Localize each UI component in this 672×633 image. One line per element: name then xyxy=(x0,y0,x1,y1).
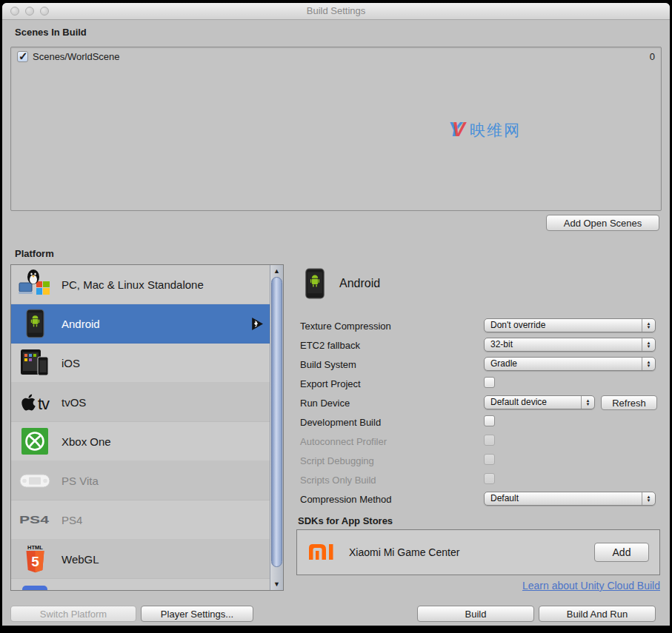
watermark-text: 映维网 xyxy=(470,120,521,141)
compression-method-dropdown[interactable]: Default▲▼ xyxy=(484,492,656,506)
platform-item-android[interactable]: Android xyxy=(11,304,270,344)
close-button[interactable] xyxy=(10,7,19,16)
setting-row-texture-compression: Texture CompressionDon't override▲▼ xyxy=(300,318,660,338)
setting-row-autoconnect-profiler: Autoconnect Profiler xyxy=(300,434,660,453)
dropdown-value: Gradle xyxy=(490,358,517,369)
xbox-icon xyxy=(17,428,53,455)
player-settings-button[interactable]: Player Settings... xyxy=(141,606,253,622)
scrollbar-up-icon[interactable]: ▲ xyxy=(270,266,283,276)
export-project-checkbox[interactable] xyxy=(484,377,495,388)
platform-scrollbar[interactable]: ▲ ▼ xyxy=(270,265,283,590)
platform-item-label: PS4 xyxy=(61,514,82,526)
dropdown-value: Don't override xyxy=(490,320,545,330)
platform-item-ps4[interactable]: PS4PS4 xyxy=(11,500,270,540)
setting-row-build-system: Build SystemGradle▲▼ xyxy=(300,357,660,376)
scenes-list[interactable]: Scenes/WorldScene 0 YV 映维网 xyxy=(10,47,662,211)
scene-index: 0 xyxy=(650,51,655,62)
ios-icon xyxy=(17,349,53,377)
build-button[interactable]: Build xyxy=(417,606,534,622)
build-and-run-button[interactable]: Build And Run xyxy=(539,606,656,622)
platform-list: PC, Mac & Linux Standalone Android iOS t… xyxy=(11,265,270,590)
run-device-dropdown[interactable]: Default device▲▼ xyxy=(484,395,595,409)
setting-row-compression-method: Compression MethodDefault▲▼ xyxy=(300,492,660,511)
window-content: Scenes In Build Scenes/WorldScene 0 YV 映… xyxy=(2,20,670,626)
platform-item-label: PS Vita xyxy=(61,475,99,487)
platform-item-label: iOS xyxy=(61,357,80,369)
scene-row[interactable]: Scenes/WorldScene 0 xyxy=(11,47,661,65)
platform-item-label: WebGL xyxy=(61,553,99,566)
setting-label: Export Project xyxy=(300,378,361,389)
minimize-button[interactable] xyxy=(25,7,34,16)
watermark-v: V xyxy=(452,118,465,141)
build-system-dropdown[interactable]: Gradle▲▼ xyxy=(484,357,656,371)
platform-item-xbox[interactable]: Xbox One xyxy=(11,422,270,461)
android-icon xyxy=(17,309,53,338)
unity-cube-icon xyxy=(248,316,264,332)
platform-item-psvita[interactable]: PS Vita xyxy=(11,461,270,500)
sdk-add-button[interactable]: Add xyxy=(594,543,649,562)
scrollbar-down-icon[interactable]: ▼ xyxy=(270,579,283,589)
platform-item-label: tvOS xyxy=(61,396,86,409)
platform-item-facebook[interactable]: fFacebook xyxy=(11,579,270,590)
scenes-in-build-header: Scenes In Build xyxy=(15,27,87,38)
stepper-icon: ▲▼ xyxy=(642,492,655,505)
setting-label: Development Build xyxy=(300,417,381,428)
setting-row-script-debugging: Script Debugging xyxy=(300,453,660,472)
refresh-button[interactable]: Refresh xyxy=(601,395,657,410)
sdk-row: Xiaomi Mi Game Center Add xyxy=(296,529,660,575)
setting-label: Script Debugging xyxy=(300,455,374,466)
title-bar[interactable]: Build Settings xyxy=(2,3,670,20)
dropdown-value: Default xyxy=(490,493,519,503)
setting-label: Scripts Only Build xyxy=(300,475,376,486)
platform-item-ios[interactable]: iOS xyxy=(11,344,270,383)
setting-label: Compression Method xyxy=(300,494,392,505)
development-build-checkbox[interactable] xyxy=(484,415,495,426)
script-debugging-checkbox xyxy=(484,454,495,465)
texture-compression-dropdown[interactable]: Don't override▲▼ xyxy=(484,318,656,332)
scripts-only-build-checkbox xyxy=(484,473,495,484)
android-platform-icon xyxy=(304,268,326,302)
sdk-name: Xiaomi Mi Game Center xyxy=(349,546,459,558)
platform-header: Platform xyxy=(15,248,54,259)
autoconnect-profiler-checkbox xyxy=(484,435,495,446)
zoom-button[interactable] xyxy=(40,7,49,16)
setting-label: ETC2 fallback xyxy=(300,340,360,351)
watermark: YV 映维网 xyxy=(448,118,521,141)
platform-item-pc[interactable]: PC, Mac & Linux Standalone xyxy=(11,265,270,304)
platform-item-label: PC, Mac & Linux Standalone xyxy=(61,278,204,291)
setting-row-export-project: Export Project xyxy=(300,376,660,395)
scene-checkbox[interactable] xyxy=(17,51,28,62)
build-settings-window: Build Settings Scenes In Build Scenes/Wo… xyxy=(2,3,670,626)
dropdown-value: 32-bit xyxy=(490,339,513,349)
facebook-icon: f xyxy=(17,586,53,590)
switch-platform-button: Switch Platform xyxy=(10,606,136,622)
platform-item-webgl[interactable]: HTML 5WebGL xyxy=(11,540,270,579)
setting-row-run-device: Run DeviceDefault device▲▼Refresh xyxy=(300,395,660,415)
platform-list-box: PC, Mac & Linux Standalone Android iOS t… xyxy=(10,264,284,591)
etc2-fallback-dropdown[interactable]: 32-bit▲▼ xyxy=(484,338,656,352)
platform-item-tvos[interactable]: tvtvOS xyxy=(11,383,270,422)
setting-row-development-build: Development Build xyxy=(300,415,660,434)
svg-text:PS4: PS4 xyxy=(19,514,49,526)
unity-cloud-build-link[interactable]: Learn about Unity Cloud Build xyxy=(522,580,660,592)
selected-platform-title: Android xyxy=(339,277,380,290)
scrollbar-thumb[interactable] xyxy=(271,277,282,567)
dropdown-value: Default device xyxy=(490,397,547,407)
setting-row-scripts-only-build: Scripts Only Build xyxy=(300,472,660,492)
stepper-icon: ▲▼ xyxy=(642,319,655,332)
tvos-icon: tv xyxy=(17,393,53,412)
add-open-scenes-button[interactable]: Add Open Scenes xyxy=(546,215,659,231)
platform-item-label: Xbox One xyxy=(61,435,111,448)
setting-row-etc2-fallback: ETC2 fallback32-bit▲▼ xyxy=(300,338,660,357)
svg-text:HTML: HTML xyxy=(27,544,43,551)
scene-label: Scenes/WorldScene xyxy=(33,51,120,62)
webgl-icon: HTML 5 xyxy=(17,543,53,575)
ps4-icon: PS4 xyxy=(17,514,53,526)
svg-text:5: 5 xyxy=(31,554,39,569)
sdk-section-header: SDKs for App Stores xyxy=(298,515,393,526)
xiaomi-mi-icon xyxy=(307,540,339,565)
setting-label: Autoconnect Profiler xyxy=(300,436,387,447)
pc-icon xyxy=(17,269,53,300)
window-title: Build Settings xyxy=(2,3,670,19)
setting-label: Build System xyxy=(300,359,356,370)
